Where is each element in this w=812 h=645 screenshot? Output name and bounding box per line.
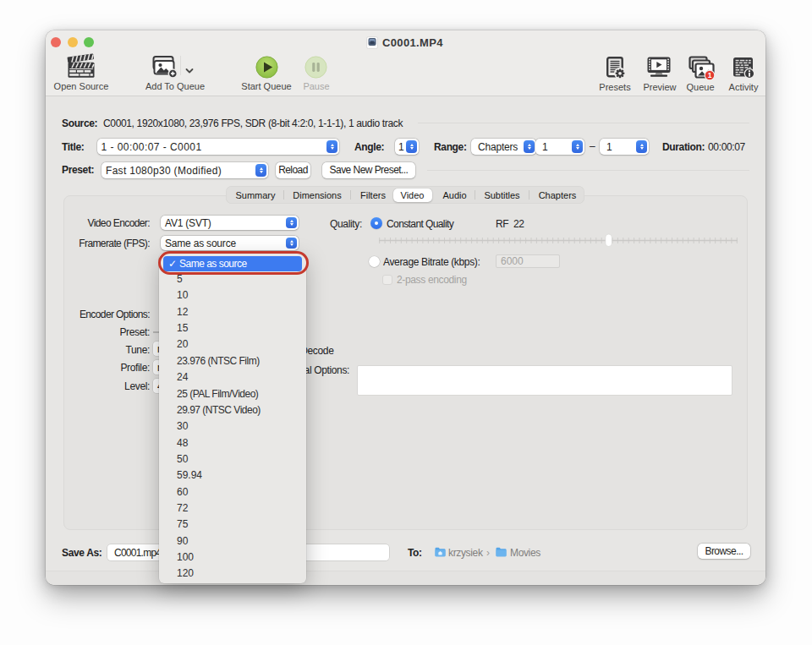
svg-text:1: 1 [708, 71, 712, 79]
